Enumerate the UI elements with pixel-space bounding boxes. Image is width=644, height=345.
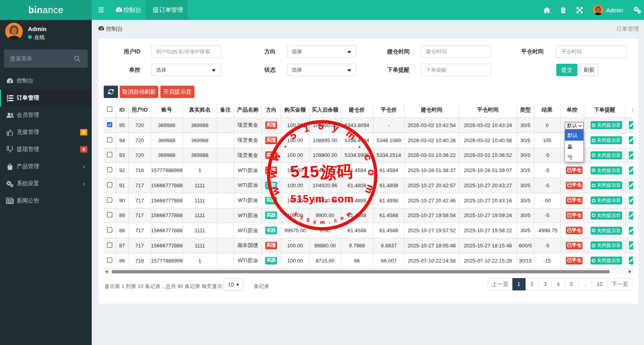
- svg-text:www.515ym.com: www.515ym.com: [267, 120, 378, 203]
- svg-text:515ym. com: 515ym. com: [291, 193, 354, 205]
- svg-text:515源码: 515源码: [290, 162, 354, 182]
